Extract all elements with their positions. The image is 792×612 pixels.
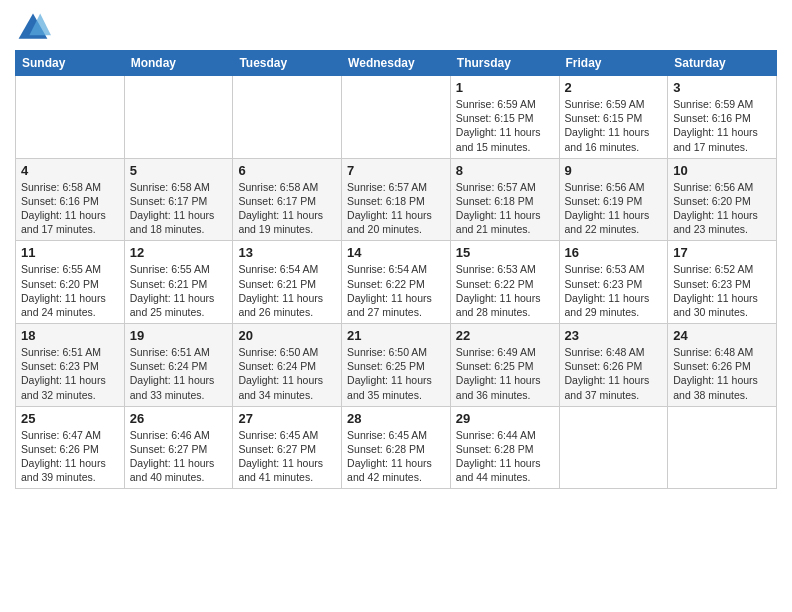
calendar-cell: 24Sunrise: 6:48 AM Sunset: 6:26 PM Dayli…	[668, 324, 777, 407]
weekday-header-saturday: Saturday	[668, 51, 777, 76]
logo-icon	[15, 10, 51, 46]
calendar-cell: 26Sunrise: 6:46 AM Sunset: 6:27 PM Dayli…	[124, 406, 233, 489]
calendar-week-4: 18Sunrise: 6:51 AM Sunset: 6:23 PM Dayli…	[16, 324, 777, 407]
calendar-cell: 4Sunrise: 6:58 AM Sunset: 6:16 PM Daylig…	[16, 158, 125, 241]
calendar-cell: 8Sunrise: 6:57 AM Sunset: 6:18 PM Daylig…	[450, 158, 559, 241]
day-number: 20	[238, 328, 336, 343]
day-info: Sunrise: 6:46 AM Sunset: 6:27 PM Dayligh…	[130, 428, 228, 485]
weekday-header-monday: Monday	[124, 51, 233, 76]
day-info: Sunrise: 6:48 AM Sunset: 6:26 PM Dayligh…	[565, 345, 663, 402]
calendar-week-3: 11Sunrise: 6:55 AM Sunset: 6:20 PM Dayli…	[16, 241, 777, 324]
calendar-cell: 1Sunrise: 6:59 AM Sunset: 6:15 PM Daylig…	[450, 76, 559, 159]
calendar-cell: 12Sunrise: 6:55 AM Sunset: 6:21 PM Dayli…	[124, 241, 233, 324]
calendar-cell: 5Sunrise: 6:58 AM Sunset: 6:17 PM Daylig…	[124, 158, 233, 241]
weekday-header-row: SundayMondayTuesdayWednesdayThursdayFrid…	[16, 51, 777, 76]
day-info: Sunrise: 6:47 AM Sunset: 6:26 PM Dayligh…	[21, 428, 119, 485]
calendar-cell	[342, 76, 451, 159]
calendar-cell: 22Sunrise: 6:49 AM Sunset: 6:25 PM Dayli…	[450, 324, 559, 407]
day-number: 8	[456, 163, 554, 178]
calendar-cell: 7Sunrise: 6:57 AM Sunset: 6:18 PM Daylig…	[342, 158, 451, 241]
day-info: Sunrise: 6:59 AM Sunset: 6:15 PM Dayligh…	[565, 97, 663, 154]
day-number: 12	[130, 245, 228, 260]
day-info: Sunrise: 6:51 AM Sunset: 6:24 PM Dayligh…	[130, 345, 228, 402]
day-number: 27	[238, 411, 336, 426]
calendar-cell: 19Sunrise: 6:51 AM Sunset: 6:24 PM Dayli…	[124, 324, 233, 407]
day-info: Sunrise: 6:59 AM Sunset: 6:15 PM Dayligh…	[456, 97, 554, 154]
calendar-cell: 10Sunrise: 6:56 AM Sunset: 6:20 PM Dayli…	[668, 158, 777, 241]
page: SundayMondayTuesdayWednesdayThursdayFrid…	[0, 0, 792, 612]
day-number: 18	[21, 328, 119, 343]
day-number: 26	[130, 411, 228, 426]
day-info: Sunrise: 6:53 AM Sunset: 6:22 PM Dayligh…	[456, 262, 554, 319]
day-number: 22	[456, 328, 554, 343]
weekday-header-wednesday: Wednesday	[342, 51, 451, 76]
calendar-cell: 28Sunrise: 6:45 AM Sunset: 6:28 PM Dayli…	[342, 406, 451, 489]
day-info: Sunrise: 6:54 AM Sunset: 6:21 PM Dayligh…	[238, 262, 336, 319]
day-number: 7	[347, 163, 445, 178]
calendar-cell: 11Sunrise: 6:55 AM Sunset: 6:20 PM Dayli…	[16, 241, 125, 324]
calendar-cell: 27Sunrise: 6:45 AM Sunset: 6:27 PM Dayli…	[233, 406, 342, 489]
day-number: 3	[673, 80, 771, 95]
calendar-table: SundayMondayTuesdayWednesdayThursdayFrid…	[15, 50, 777, 489]
calendar-cell	[668, 406, 777, 489]
calendar-cell: 29Sunrise: 6:44 AM Sunset: 6:28 PM Dayli…	[450, 406, 559, 489]
day-info: Sunrise: 6:45 AM Sunset: 6:28 PM Dayligh…	[347, 428, 445, 485]
day-number: 15	[456, 245, 554, 260]
day-number: 25	[21, 411, 119, 426]
day-info: Sunrise: 6:44 AM Sunset: 6:28 PM Dayligh…	[456, 428, 554, 485]
day-number: 10	[673, 163, 771, 178]
day-number: 13	[238, 245, 336, 260]
day-info: Sunrise: 6:51 AM Sunset: 6:23 PM Dayligh…	[21, 345, 119, 402]
calendar-cell: 3Sunrise: 6:59 AM Sunset: 6:16 PM Daylig…	[668, 76, 777, 159]
day-number: 14	[347, 245, 445, 260]
calendar-cell	[559, 406, 668, 489]
calendar-cell: 14Sunrise: 6:54 AM Sunset: 6:22 PM Dayli…	[342, 241, 451, 324]
calendar-cell: 21Sunrise: 6:50 AM Sunset: 6:25 PM Dayli…	[342, 324, 451, 407]
day-info: Sunrise: 6:52 AM Sunset: 6:23 PM Dayligh…	[673, 262, 771, 319]
day-info: Sunrise: 6:55 AM Sunset: 6:20 PM Dayligh…	[21, 262, 119, 319]
calendar-cell	[233, 76, 342, 159]
day-info: Sunrise: 6:56 AM Sunset: 6:20 PM Dayligh…	[673, 180, 771, 237]
day-number: 4	[21, 163, 119, 178]
header	[15, 10, 777, 46]
calendar-week-1: 1Sunrise: 6:59 AM Sunset: 6:15 PM Daylig…	[16, 76, 777, 159]
day-info: Sunrise: 6:58 AM Sunset: 6:17 PM Dayligh…	[238, 180, 336, 237]
day-info: Sunrise: 6:53 AM Sunset: 6:23 PM Dayligh…	[565, 262, 663, 319]
calendar-cell: 17Sunrise: 6:52 AM Sunset: 6:23 PM Dayli…	[668, 241, 777, 324]
calendar-cell: 16Sunrise: 6:53 AM Sunset: 6:23 PM Dayli…	[559, 241, 668, 324]
day-number: 19	[130, 328, 228, 343]
day-info: Sunrise: 6:45 AM Sunset: 6:27 PM Dayligh…	[238, 428, 336, 485]
calendar-cell: 9Sunrise: 6:56 AM Sunset: 6:19 PM Daylig…	[559, 158, 668, 241]
weekday-header-friday: Friday	[559, 51, 668, 76]
day-number: 6	[238, 163, 336, 178]
calendar-cell	[124, 76, 233, 159]
day-number: 28	[347, 411, 445, 426]
calendar-cell	[16, 76, 125, 159]
day-info: Sunrise: 6:50 AM Sunset: 6:25 PM Dayligh…	[347, 345, 445, 402]
day-info: Sunrise: 6:50 AM Sunset: 6:24 PM Dayligh…	[238, 345, 336, 402]
day-number: 2	[565, 80, 663, 95]
day-info: Sunrise: 6:59 AM Sunset: 6:16 PM Dayligh…	[673, 97, 771, 154]
calendar-cell: 13Sunrise: 6:54 AM Sunset: 6:21 PM Dayli…	[233, 241, 342, 324]
day-number: 1	[456, 80, 554, 95]
day-info: Sunrise: 6:58 AM Sunset: 6:17 PM Dayligh…	[130, 180, 228, 237]
calendar-week-2: 4Sunrise: 6:58 AM Sunset: 6:16 PM Daylig…	[16, 158, 777, 241]
day-info: Sunrise: 6:57 AM Sunset: 6:18 PM Dayligh…	[456, 180, 554, 237]
day-number: 9	[565, 163, 663, 178]
day-number: 17	[673, 245, 771, 260]
day-number: 11	[21, 245, 119, 260]
calendar-cell: 25Sunrise: 6:47 AM Sunset: 6:26 PM Dayli…	[16, 406, 125, 489]
calendar-week-5: 25Sunrise: 6:47 AM Sunset: 6:26 PM Dayli…	[16, 406, 777, 489]
calendar-cell: 20Sunrise: 6:50 AM Sunset: 6:24 PM Dayli…	[233, 324, 342, 407]
day-number: 21	[347, 328, 445, 343]
day-info: Sunrise: 6:49 AM Sunset: 6:25 PM Dayligh…	[456, 345, 554, 402]
calendar-cell: 15Sunrise: 6:53 AM Sunset: 6:22 PM Dayli…	[450, 241, 559, 324]
weekday-header-thursday: Thursday	[450, 51, 559, 76]
day-number: 23	[565, 328, 663, 343]
calendar-cell: 18Sunrise: 6:51 AM Sunset: 6:23 PM Dayli…	[16, 324, 125, 407]
logo	[15, 10, 55, 46]
day-info: Sunrise: 6:56 AM Sunset: 6:19 PM Dayligh…	[565, 180, 663, 237]
day-info: Sunrise: 6:58 AM Sunset: 6:16 PM Dayligh…	[21, 180, 119, 237]
day-number: 24	[673, 328, 771, 343]
day-info: Sunrise: 6:57 AM Sunset: 6:18 PM Dayligh…	[347, 180, 445, 237]
